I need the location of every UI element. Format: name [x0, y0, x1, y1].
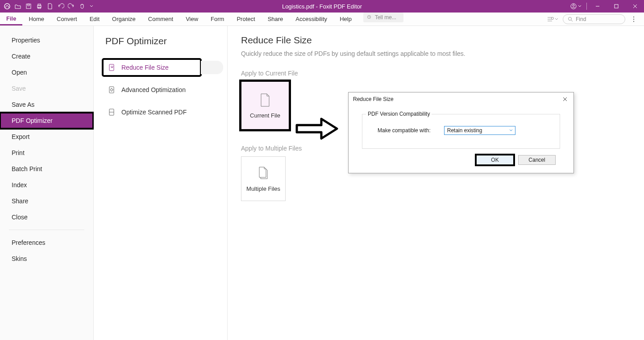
file-item-preferences[interactable]: Preferences: [0, 235, 93, 251]
svg-point-14: [633, 21, 634, 21]
optimizer-content: Reduce File Size Quickly reduce the size…: [228, 26, 644, 340]
ribbon-more-icon[interactable]: [630, 16, 638, 22]
option-optimize-scanned[interactable]: Optimize Scanned PDF: [103, 104, 219, 121]
file-item-close[interactable]: Close: [0, 209, 93, 225]
advanced-opt-icon: [108, 86, 116, 94]
find-input[interactable]: Find: [563, 14, 625, 24]
window-controls: [567, 0, 644, 13]
compat-label: Make compatible with:: [378, 127, 431, 134]
tab-share[interactable]: Share: [262, 13, 290, 25]
dialog-title: Reduce File Size: [353, 96, 394, 102]
tile-label: Current File: [250, 112, 280, 119]
apply-current-label: Apply to Current File: [241, 70, 644, 77]
fieldset-legend: PDF Version Compatibility: [366, 111, 432, 117]
hand-icon[interactable]: [79, 3, 86, 10]
backstage: Properties Create Open Save Save As PDF …: [0, 26, 644, 340]
svg-point-7: [573, 4, 574, 6]
option-advanced-optimization[interactable]: Advanced Optimization: [103, 81, 219, 98]
tab-organize[interactable]: Organize: [106, 13, 142, 25]
tab-comment[interactable]: Comment: [142, 13, 179, 25]
dialog-reduce-file-size: Reduce File Size PDF Version Compatibili…: [348, 92, 574, 173]
tell-me-search[interactable]: Tell me...: [363, 13, 403, 22]
find-placeholder: Find: [576, 16, 586, 22]
tab-view[interactable]: View: [179, 13, 204, 25]
app-logo-icon: [4, 3, 11, 10]
file-item-create[interactable]: Create: [0, 48, 93, 64]
content-title: Reduce File Size: [241, 35, 644, 46]
svg-point-13: [633, 18, 634, 19]
compat-select[interactable]: Retain existing: [444, 126, 515, 135]
open-icon[interactable]: [14, 3, 21, 10]
svg-rect-2: [28, 4, 29, 6]
close-button[interactable]: [626, 0, 644, 13]
save-icon[interactable]: [25, 3, 32, 10]
cancel-button[interactable]: Cancel: [518, 155, 556, 165]
tab-file[interactable]: File: [0, 13, 22, 25]
option-label: Optimize Scanned PDF: [121, 109, 187, 116]
file-menu: Properties Create Open Save Save As PDF …: [0, 26, 94, 340]
file-item-export[interactable]: Export: [0, 129, 93, 145]
print-icon[interactable]: [36, 3, 43, 10]
compat-value: Retain existing: [447, 127, 482, 134]
file-item-skins[interactable]: Skins: [0, 251, 93, 267]
tab-help[interactable]: Help: [333, 13, 358, 25]
tab-convert[interactable]: Convert: [50, 13, 83, 25]
search-options-icon[interactable]: [547, 16, 558, 22]
ok-button[interactable]: OK: [476, 155, 514, 165]
ribbon: File Home Convert Edit Organize Comment …: [0, 13, 644, 26]
tab-home[interactable]: Home: [22, 13, 50, 25]
svg-point-12: [633, 16, 634, 17]
file-item-print[interactable]: Print: [0, 145, 93, 161]
separator: [586, 3, 587, 10]
file-icon: [259, 92, 271, 108]
file-item-properties[interactable]: Properties: [0, 32, 93, 48]
scan-opt-icon: [108, 108, 116, 116]
svg-rect-8: [615, 4, 618, 8]
file-item-batch-print[interactable]: Batch Print: [0, 161, 93, 177]
file-item-save: Save: [0, 80, 93, 97]
dialog-close-button[interactable]: [561, 95, 569, 103]
separator: [9, 230, 84, 230]
maximize-button[interactable]: [607, 0, 625, 13]
tab-protect[interactable]: Protect: [230, 13, 261, 25]
window-title: Logistics.pdf - Foxit PDF Editor: [282, 3, 362, 10]
quick-access-toolbar: [0, 3, 94, 10]
tab-edit[interactable]: Edit: [83, 13, 106, 25]
option-reduce-file-size[interactable]: Reduce File Size: [103, 59, 201, 76]
tile-current-file[interactable]: Current File: [241, 81, 289, 130]
file-item-pdf-optimizer[interactable]: PDF Optimizer: [0, 113, 93, 129]
file-item-share[interactable]: Share: [0, 193, 93, 209]
files-icon: [257, 166, 270, 181]
svg-point-0: [4, 4, 10, 9]
chevron-down-icon: [509, 128, 513, 133]
file-item-save-as[interactable]: Save As: [0, 97, 93, 113]
option-label: Reduce File Size: [121, 64, 169, 71]
tab-accessibility[interactable]: Accessibility: [289, 13, 333, 25]
undo-icon[interactable]: [57, 3, 64, 10]
tell-me-placeholder: Tell me...: [375, 14, 396, 21]
tile-label: Multiple Files: [246, 185, 280, 192]
search-icon: [568, 17, 573, 22]
reduce-size-icon: [108, 63, 116, 71]
redo-icon[interactable]: [68, 3, 75, 10]
svg-point-17: [111, 89, 113, 91]
tile-multiple-files[interactable]: Multiple Files: [241, 156, 286, 201]
svg-rect-4: [38, 4, 41, 5]
new-doc-icon[interactable]: [46, 3, 54, 10]
option-label: Advanced Optimization: [121, 86, 186, 93]
svg-point-11: [569, 17, 572, 20]
optimizer-options: PDF Optimizer Reduce File Size Advanced …: [94, 26, 228, 340]
svg-rect-1: [26, 4, 31, 8]
content-subtitle: Quickly reduce the size of PDFs by using…: [241, 50, 644, 57]
titlebar: Logistics.pdf - Foxit PDF Editor: [0, 0, 644, 13]
options-title: PDF Optimizer: [103, 36, 219, 46]
account-icon[interactable]: [567, 0, 585, 13]
arrow-icon: [295, 115, 339, 142]
minimize-button[interactable]: [589, 0, 607, 13]
file-item-open[interactable]: Open: [0, 64, 93, 80]
qat-dropdown-icon[interactable]: [89, 3, 94, 10]
tab-form[interactable]: Form: [204, 13, 230, 25]
fieldset-pdf-version: PDF Version Compatibility Make compatibl…: [362, 114, 560, 149]
file-item-index[interactable]: Index: [0, 177, 93, 193]
svg-point-10: [552, 17, 554, 19]
